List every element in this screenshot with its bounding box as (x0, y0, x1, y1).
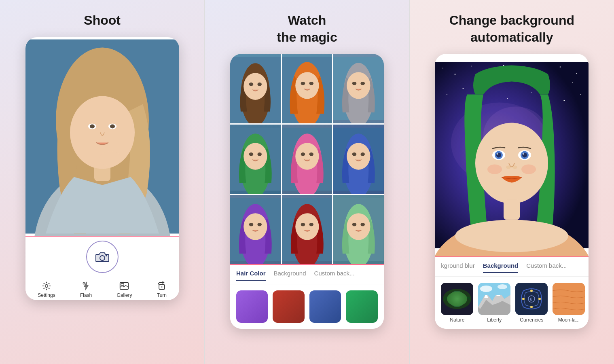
svg-point-12 (45, 284, 48, 287)
hair-photo-green (230, 125, 281, 194)
bg-photo-area (435, 54, 589, 256)
svg-point-125 (480, 286, 492, 292)
phone-screen-watch: Hair Color Background Custom back... (230, 54, 384, 329)
svg-point-98 (475, 123, 548, 204)
bg-tabs-area: kground blur Background Custom back... (435, 256, 589, 329)
svg-point-108 (512, 166, 517, 169)
nav-settings[interactable]: Settings (38, 281, 55, 298)
camera-icon (95, 250, 110, 264)
svg-point-28 (301, 82, 305, 85)
svg-point-35 (361, 82, 365, 85)
hair-cell-pink[interactable] (282, 125, 332, 194)
liberty-label: Liberty (487, 317, 502, 323)
panel-watch: Watchthe magic (204, 0, 409, 364)
svg-point-58 (249, 223, 253, 226)
liberty-thumb-svg (478, 283, 510, 315)
bottom-nav: Settings a Flash (25, 279, 179, 300)
hair-cell-purple[interactable] (230, 195, 281, 264)
shoot-photo-area (25, 37, 179, 236)
bg-thumb-nature[interactable]: Nature (441, 283, 473, 323)
svg-rect-16 (121, 284, 124, 286)
hair-photo-orange (282, 54, 332, 123)
svg-point-9 (99, 151, 122, 166)
svg-point-59 (258, 223, 262, 226)
svg-point-64 (301, 223, 305, 226)
hair-tabs-area: Hair Color Background Custom back... (230, 264, 384, 329)
currencies-label: Currencies (520, 317, 543, 323)
swatch-purple[interactable] (236, 290, 268, 323)
panel-watch-title: Watchthe magic (205, 0, 409, 54)
settings-icon (42, 281, 51, 291)
hair-photo-purple (230, 195, 281, 264)
hair-photo-lightgreen (333, 195, 384, 264)
svg-point-102 (497, 153, 498, 155)
svg-point-30 (303, 93, 311, 99)
svg-point-52 (352, 152, 356, 156)
panel-change-bg: Change background automatically (409, 0, 614, 364)
hair-cell-green[interactable] (230, 125, 281, 194)
shoot-photo-svg (25, 37, 179, 236)
currencies-thumb-svg: € (515, 283, 548, 315)
svg-text:€: € (530, 297, 532, 302)
nature-thumb-svg (441, 283, 473, 315)
svg-point-40 (249, 152, 253, 156)
swatch-red[interactable] (273, 290, 305, 323)
svg-point-8 (110, 124, 115, 128)
tab-custom-back-3[interactable]: Custom back... (526, 262, 567, 273)
svg-point-106 (523, 153, 524, 155)
hair-photo-pink (282, 125, 332, 194)
tab-kground-blur[interactable]: kground blur (441, 262, 474, 273)
svg-rect-134 (553, 283, 585, 315)
bg-thumb-currencies[interactable]: € Currencies (515, 283, 548, 323)
hair-color-tabs: Hair Color Background Custom back... (230, 265, 384, 284)
bg-thumb-img-moon (553, 283, 585, 315)
hair-cell-brown[interactable] (230, 54, 281, 123)
swatch-blue[interactable] (309, 290, 341, 323)
svg-point-22 (249, 83, 253, 86)
svg-point-115 (449, 291, 465, 307)
bg-thumb-moon[interactable]: Moon-la... (553, 283, 585, 323)
svg-point-129 (538, 298, 541, 300)
svg-point-42 (251, 163, 260, 169)
nav-flash[interactable]: a Flash (80, 281, 92, 298)
phone-screen-shoot: Settings a Flash (25, 37, 179, 300)
svg-point-41 (258, 152, 262, 156)
svg-point-6 (90, 124, 95, 128)
bg-color-tabs: kground blur Background Custom back... (435, 257, 589, 277)
tab-custom-back-2[interactable]: Custom back... (314, 270, 355, 281)
bg-thumb-img-currencies: € (515, 283, 548, 315)
hair-cell-darkred[interactable] (282, 195, 332, 264)
svg-point-77 (471, 66, 472, 67)
camera-button[interactable] (86, 241, 119, 273)
bg-thumb-liberty[interactable]: Liberty (478, 283, 510, 323)
swatch-green[interactable] (346, 290, 378, 323)
tab-background-2[interactable]: Background (274, 270, 306, 281)
nav-gallery[interactable]: Gallery (116, 281, 132, 298)
panel-shoot: Shoot (0, 0, 204, 364)
gallery-label: Gallery (116, 292, 132, 298)
hair-cell-lightgreen[interactable] (333, 195, 384, 264)
hair-cell-orange[interactable] (282, 54, 332, 123)
nav-turn[interactable]: Turn (157, 281, 167, 298)
svg-point-131 (522, 298, 525, 300)
svg-point-66 (303, 234, 311, 240)
tab-hair-color[interactable]: Hair Color (236, 270, 266, 281)
svg-point-79 (503, 65, 504, 66)
svg-point-109 (487, 165, 502, 174)
svg-point-91 (564, 100, 565, 101)
svg-point-117 (455, 296, 459, 301)
svg-rect-111 (504, 200, 520, 220)
svg-point-130 (530, 306, 533, 308)
bg-photo-svg (435, 54, 589, 256)
svg-point-60 (251, 234, 260, 240)
phone-bg-wrapper: kground blur Background Custom back... (410, 54, 614, 364)
moonla-label: Moon-la... (558, 317, 580, 323)
tab-background-3[interactable]: Background (483, 262, 519, 273)
hair-cell-blue[interactable] (333, 125, 384, 194)
phone-watch-wrapper: Hair Color Background Custom back... (205, 54, 409, 364)
svg-point-92 (531, 92, 532, 93)
hair-cell-gray[interactable] (333, 54, 384, 123)
turn-icon (157, 281, 167, 291)
moon-thumb-svg (553, 283, 585, 315)
svg-point-48 (303, 163, 311, 169)
